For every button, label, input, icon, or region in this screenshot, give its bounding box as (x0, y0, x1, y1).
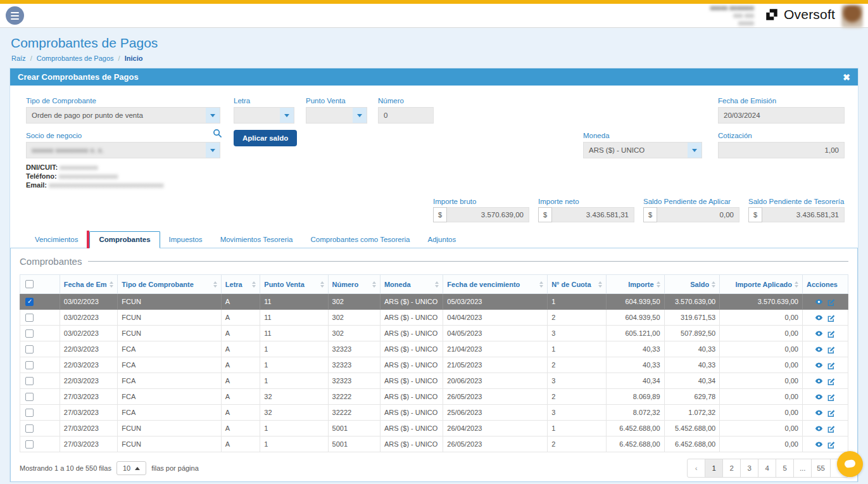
avatar[interactable] (841, 5, 863, 28)
telefono-value: xxxxxxxxxxxxxxxxx (59, 172, 118, 180)
numero-input[interactable]: 0 (378, 107, 434, 124)
page-button-4[interactable]: 4 (758, 459, 776, 478)
sort-icon[interactable] (320, 281, 324, 288)
row-checkbox[interactable] (25, 361, 34, 369)
breadcrumb: Raíz / Comprobantes de Pagos / Inicio (11, 54, 859, 62)
row-checkbox[interactable] (25, 424, 34, 433)
tipo-comprobante-select[interactable]: Orden de pago por punto de venta (26, 107, 220, 124)
sort-icon[interactable] (712, 281, 715, 288)
search-icon[interactable] (213, 129, 222, 138)
saldo-pendiente-aplicar-input[interactable]: $ 0,00 (643, 207, 739, 222)
view-icon[interactable] (815, 314, 823, 322)
page-button-5[interactable]: 5 (776, 459, 794, 478)
breadcrumb-root[interactable]: Raíz (11, 54, 26, 62)
view-icon[interactable] (815, 345, 823, 353)
view-icon[interactable] (815, 377, 823, 385)
dni-value: xxxxxxxxxxx (60, 163, 98, 171)
sort-icon[interactable] (110, 281, 113, 288)
edit-icon[interactable] (827, 377, 835, 385)
view-icon[interactable] (815, 424, 823, 433)
table-row[interactable]: 22/03/2023FCAA132323ARS ($) - UNICO21/04… (20, 341, 848, 357)
sort-icon[interactable] (795, 281, 798, 288)
socio-negocio-select[interactable]: xxxxxx xxxxxxxxx x. x. (26, 142, 220, 158)
socio-negocio-value: xxxxxx xxxxxxxxx x. x. (27, 146, 206, 154)
hamburger-menu-button[interactable] (6, 6, 24, 25)
table-row[interactable]: 22/03/2023FCAA132323ARS ($) - UNICO20/06… (20, 373, 848, 389)
tab-movimientos-tesoreria[interactable]: Movimientos Tesoreria (211, 232, 302, 248)
view-icon[interactable] (815, 440, 823, 449)
sort-icon[interactable] (252, 281, 256, 288)
row-checkbox[interactable] (25, 329, 34, 338)
fecha-emision-input[interactable]: 20/03/2024 (718, 107, 845, 124)
column-header-letra: Letra (221, 275, 260, 294)
prev-page-button[interactable]: ‹ (687, 459, 705, 478)
edit-icon[interactable] (827, 440, 835, 449)
aplicar-saldo-button[interactable]: Aplicar saldo (234, 130, 297, 146)
sort-icon[interactable] (435, 281, 439, 288)
importe-bruto-input[interactable]: $ 3.570.639,00 (433, 207, 529, 222)
view-icon[interactable] (815, 393, 823, 401)
cell-importe_aplicado: 3.570.639,00 (720, 294, 803, 310)
table-row[interactable]: 27/03/2023FCUNA15001ARS ($) - UNICO26/04… (20, 421, 848, 436)
table-row[interactable]: 22/03/2023FCAA132323ARS ($) - UNICO21/05… (20, 357, 848, 373)
punto-venta-select[interactable] (306, 107, 367, 124)
edit-icon[interactable] (827, 298, 835, 306)
row-checkbox[interactable] (25, 345, 34, 353)
saldo-pendiente-tesoreria-input[interactable]: $ 3.436.581,31 (748, 207, 845, 222)
column-header-numero: Número (328, 275, 380, 294)
view-icon[interactable] (815, 298, 823, 306)
showing-text: Mostrando 1 a 10 de 550 filas (20, 464, 111, 472)
row-checkbox[interactable] (25, 314, 34, 322)
row-checkbox[interactable] (25, 393, 34, 401)
tab-adjuntos[interactable]: Adjuntos (419, 232, 465, 248)
view-icon[interactable] (815, 361, 823, 369)
collapse-panel-icon[interactable]: ✖ (843, 72, 850, 82)
page-button-1[interactable]: 1 (705, 459, 723, 478)
page-size-select[interactable]: 10 (116, 461, 146, 475)
page-button-3[interactable]: 3 (740, 459, 758, 478)
table-row[interactable]: 27/03/2023FCAA3232222ARS ($) - UNICO26/0… (20, 389, 848, 405)
sort-icon[interactable] (539, 281, 543, 288)
breadcrumb-section[interactable]: Comprobantes de Pagos (37, 54, 114, 62)
sort-icon[interactable] (598, 281, 602, 288)
page-button-55[interactable]: 55 (811, 459, 831, 478)
view-icon[interactable] (815, 329, 823, 338)
tab-comprobantes[interactable]: Comprobantes (89, 231, 160, 248)
select-all-checkbox[interactable] (25, 280, 34, 288)
row-checkbox[interactable] (25, 409, 34, 417)
cotizacion-input[interactable]: 1,00 (718, 142, 845, 158)
tab-impuestos[interactable]: Impuestos (160, 232, 211, 248)
edit-icon[interactable] (827, 314, 835, 322)
edit-icon[interactable] (827, 424, 835, 433)
moneda-select[interactable]: ARS ($) - UNICO (583, 142, 702, 158)
table-row[interactable]: 03/02/2023FCUNA11302ARS ($) - UNICO04/04… (20, 310, 848, 326)
row-checkbox[interactable] (25, 440, 34, 449)
cell-numero: 302 (328, 326, 380, 341)
table-row[interactable]: 27/03/2023FCUNA15001ARS ($) - UNICO26/05… (20, 436, 848, 452)
table-row[interactable]: 03/02/2023FCUNA11302ARS ($) - UNICO05/03… (20, 294, 848, 310)
tab-comprobantes-como-tesoreria[interactable]: Comprobantes como Tesoreria (301, 232, 418, 248)
sort-icon[interactable] (213, 281, 217, 288)
cell-moneda: ARS ($) - UNICO (380, 357, 443, 373)
edit-icon[interactable] (827, 393, 835, 401)
importe-neto-input[interactable]: $ 3.436.581,31 (538, 207, 634, 222)
tab-vencimientos[interactable]: Vencimientos (26, 232, 87, 248)
sort-icon[interactable] (372, 281, 376, 288)
table-row[interactable]: 27/03/2023FCAA3232222ARS ($) - UNICO25/0… (20, 405, 848, 421)
row-checkbox[interactable] (25, 377, 34, 385)
edit-icon[interactable] (827, 409, 835, 417)
letra-select[interactable] (234, 107, 294, 124)
table-row[interactable]: 03/02/2023FCUNA11302ARS ($) - UNICO04/05… (20, 326, 848, 341)
page-button-2[interactable]: 2 (722, 459, 741, 478)
cell-moneda: ARS ($) - UNICO (380, 373, 443, 389)
view-icon[interactable] (815, 409, 823, 417)
importe-neto-label: Importe neto (538, 198, 634, 205)
edit-icon[interactable] (827, 345, 835, 353)
cell-punto_venta: 1 (260, 436, 328, 452)
edit-icon[interactable] (827, 361, 835, 369)
chat-fab-button[interactable] (837, 451, 863, 477)
edit-icon[interactable] (827, 329, 835, 338)
cell-importe_aplicado: 0,00 (720, 341, 803, 357)
sort-icon[interactable] (657, 281, 660, 288)
row-checkbox[interactable] (25, 298, 34, 306)
